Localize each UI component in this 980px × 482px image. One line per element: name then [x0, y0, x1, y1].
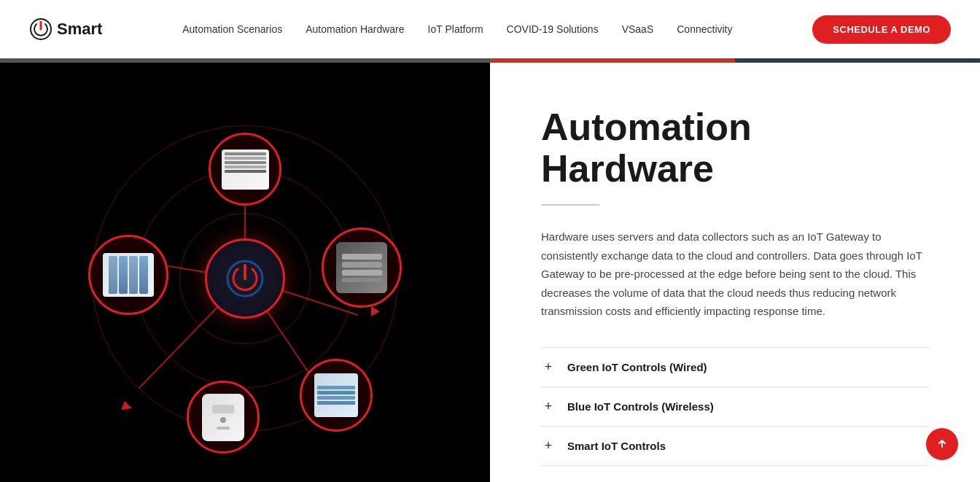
accordion-expand-icon-2: + — [541, 399, 556, 414]
nav-automation-hardware[interactable]: Automation Hardware — [306, 23, 404, 35]
site-header: Smart Automation Scenarios Automation Ha… — [0, 0, 980, 58]
accordion-item-green-iot[interactable]: + Green IoT Controls (Wired) — [541, 347, 929, 386]
nav-connectivity[interactable]: Connectivity — [677, 23, 732, 35]
accordion-list: + Green IoT Controls (Wired) + Blue IoT … — [541, 347, 929, 466]
main-nav: Automation Scenarios Automation Hardware… — [182, 23, 732, 35]
section-description: Hardware uses servers and data collector… — [541, 228, 929, 321]
device-node-bottom — [187, 381, 260, 454]
section-title: Automation Hardware — [541, 106, 929, 190]
accordion-label-green-iot: Green IoT Controls (Wired) — [567, 361, 707, 373]
accordion-item-blue-iot[interactable]: + Blue IoT Controls (Wireless) — [541, 386, 929, 426]
accordion-expand-icon-1: + — [541, 359, 556, 375]
main-content: Automation Hardware Hardware uses server… — [0, 63, 980, 482]
nav-automation-scenarios[interactable]: Automation Scenarios — [182, 23, 282, 35]
logo-text: Smart — [57, 20, 102, 39]
schedule-demo-button[interactable]: SCHEDULE A DEMO — [812, 15, 951, 44]
title-divider — [541, 204, 599, 206]
accordion-label-blue-iot: Blue IoT Controls (Wireless) — [567, 400, 714, 413]
svg-marker-7 — [371, 306, 380, 316]
iot-diagram — [44, 96, 446, 461]
device-node-top — [209, 133, 281, 206]
device-node-right — [322, 228, 402, 308]
left-panel — [0, 63, 490, 482]
right-panel: Automation Hardware Hardware uses server… — [490, 63, 980, 482]
accordion-item-smart-iot[interactable]: + Smart IoT Controls — [541, 426, 929, 466]
nav-iot-platform[interactable]: IoT Platform — [428, 23, 483, 35]
device-node-left — [88, 235, 168, 315]
nav-vsaas[interactable]: VSaaS — [622, 23, 654, 35]
center-power-button — [205, 238, 285, 319]
nav-covid-solutions[interactable]: COVID-19 Solutions — [507, 23, 599, 35]
svg-marker-9 — [121, 401, 132, 410]
scroll-to-top-button[interactable] — [926, 428, 958, 460]
accordion-expand-icon-3: + — [541, 438, 556, 454]
device-node-bottom-right — [300, 359, 373, 432]
site-logo[interactable]: Smart — [29, 18, 102, 41]
accordion-label-smart-iot: Smart IoT Controls — [567, 440, 666, 452]
